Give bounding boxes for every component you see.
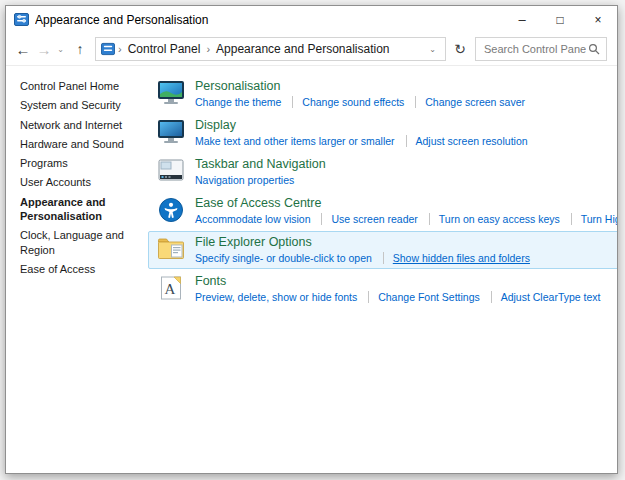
sidebar-item-control-panel-home[interactable]: Control Panel Home [20,79,128,93]
taskbar-icon[interactable] [157,158,185,184]
sidebar-item-programs[interactable]: Programs [20,156,128,170]
forward-button[interactable]: → [34,41,54,58]
task-link-preview-delete-fonts[interactable]: Preview, delete, show or hide fonts [195,291,357,303]
up-button[interactable]: ↑ [67,41,93,57]
task-link-change-font-settings[interactable]: Change Font Settings [368,291,480,303]
category-file-explorer-options: File Explorer Options Specify single- or… [148,231,617,269]
personalisation-icon[interactable] [157,80,185,106]
svg-text:A: A [165,281,176,297]
task-link-turn-on-easy-access-keys[interactable]: Turn on easy access keys [429,213,560,225]
address-bar[interactable]: › Control Panel › Appearance and Persona… [95,37,446,61]
window-title: Appearance and Personalisation [35,13,503,27]
task-link-make-text-larger[interactable]: Make text and other items larger or smal… [195,135,395,147]
maximize-button[interactable]: □ [541,6,579,33]
category-text: Taskbar and Navigation Navigation proper… [195,157,326,187]
category-display: Display Make text and other items larger… [148,114,617,152]
category-links: Navigation properties [195,173,326,187]
breadcrumb-separator-icon: › [115,43,125,55]
control-panel-icon[interactable] [14,12,29,27]
category-links: Make text and other items larger or smal… [195,134,528,148]
refresh-button[interactable]: ↻ [448,37,472,61]
sidebar: Control Panel Home System and Security N… [6,66,146,473]
category-links: Accommodate low vision Use screen reader… [195,212,617,226]
task-link-adjust-cleartype[interactable]: Adjust ClearType text [491,291,601,303]
file-explorer-options-icon[interactable] [157,236,185,262]
window-body: Control Panel Home System and Security N… [6,66,617,473]
window-controls: – □ × [503,6,617,33]
category-title[interactable]: File Explorer Options [195,235,530,250]
category-ease-of-access-centre: Ease of Access Centre Accommodate low vi… [148,192,617,230]
back-button[interactable]: ← [12,41,34,58]
search-icon [588,43,600,55]
category-links: Change the theme Change sound effects Ch… [195,95,525,109]
category-taskbar-navigation: Taskbar and Navigation Navigation proper… [148,153,617,191]
task-link-change-sound-effects[interactable]: Change sound effects [292,96,404,108]
category-links: Specify single- or double-click to open … [195,251,530,265]
search-input[interactable] [482,42,588,56]
category-title[interactable]: Ease of Access Centre [195,196,617,211]
category-text: Fonts Preview, delete, show or hide font… [195,274,600,304]
task-link-use-screen-reader[interactable]: Use screen reader [321,213,417,225]
sidebar-item-appearance-and-personalisation[interactable]: Appearance and Personalisation [20,195,128,224]
category-text: Display Make text and other items larger… [195,118,528,148]
category-text: Ease of Access Centre Accommodate low vi… [195,196,617,226]
display-icon[interactable] [157,119,185,145]
category-title[interactable]: Fonts [195,274,600,289]
category-fonts: A Fonts Preview, delete, show or hide fo… [148,270,617,308]
task-link-accommodate-low-vision[interactable]: Accommodate low vision [195,213,311,225]
breadcrumb-control-panel[interactable]: Control Panel [125,42,204,56]
ease-of-access-icon[interactable] [157,197,185,223]
minimize-button[interactable]: – [503,6,541,33]
fonts-icon[interactable]: A [157,275,185,301]
category-title[interactable]: Personalisation [195,79,525,94]
sidebar-item-clock-language-region[interactable]: Clock, Language and Region [20,228,128,257]
breadcrumb-separator-icon: › [203,43,213,55]
category-text: File Explorer Options Specify single- or… [195,235,530,265]
task-link-show-hidden-files[interactable]: Show hidden files and folders [383,252,530,264]
task-link-adjust-screen-resolution[interactable]: Adjust screen resolution [406,135,528,147]
breadcrumb-appearance-personalisation[interactable]: Appearance and Personalisation [213,42,392,56]
category-personalisation: Personalisation Change the theme Change … [148,75,617,113]
close-button[interactable]: × [579,6,617,33]
task-link-change-screen-saver[interactable]: Change screen saver [415,96,525,108]
task-link-specify-click-to-open[interactable]: Specify single- or double-click to open [195,252,372,264]
history-dropdown-icon[interactable]: ⌄ [54,45,67,54]
sidebar-item-network-and-internet[interactable]: Network and Internet [20,118,128,132]
sidebar-item-system-and-security[interactable]: System and Security [20,98,128,112]
sidebar-item-user-accounts[interactable]: User Accounts [20,175,128,189]
category-text: Personalisation Change the theme Change … [195,79,525,109]
category-list: Personalisation Change the theme Change … [146,66,617,473]
address-dropdown-icon[interactable]: ⌄ [425,45,440,54]
control-panel-icon [101,42,115,56]
category-links: Preview, delete, show or hide fonts Chan… [195,290,600,304]
search-box[interactable] [475,37,607,61]
sidebar-item-hardware-and-sound[interactable]: Hardware and Sound [20,137,128,151]
category-title[interactable]: Display [195,118,528,133]
task-link-navigation-properties[interactable]: Navigation properties [195,174,294,186]
task-link-change-the-theme[interactable]: Change the theme [195,96,281,108]
title-bar: Appearance and Personalisation – □ × [6,6,617,33]
sidebar-item-ease-of-access[interactable]: Ease of Access [20,262,128,276]
task-link-turn-high-contrast[interactable]: Turn High Contrast on or off [571,213,617,225]
category-title[interactable]: Taskbar and Navigation [195,157,326,172]
navigation-toolbar: ← → ⌄ ↑ › Control Panel › Appearance and… [6,33,617,66]
control-panel-window: Appearance and Personalisation – □ × ← →… [5,5,618,474]
